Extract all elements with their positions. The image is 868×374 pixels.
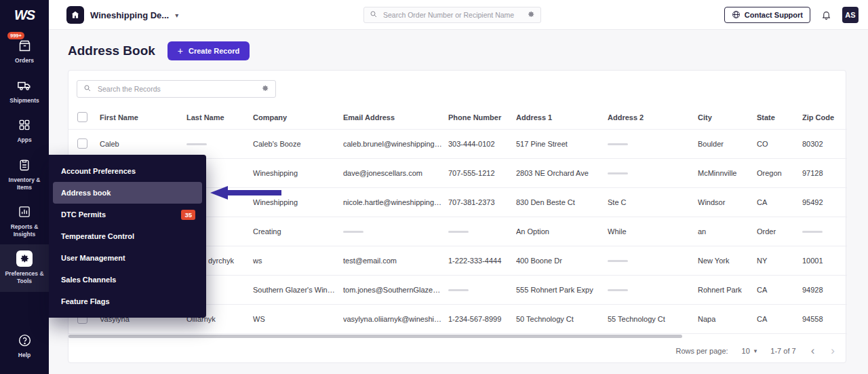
sidebar-item-label: Preferences & Tools [1,270,47,284]
table-cell: 10001 [802,246,847,275]
sidebar-item-shipments[interactable]: Shipments [0,71,49,111]
empty-value-dash [448,231,469,233]
rows-per-page-select[interactable]: 10 ▾ [742,347,757,355]
table-cell: 2803 NE Orchard Ave [516,158,608,187]
sidebar-item-help[interactable]: Help [0,326,49,366]
table-row[interactable]: CalebCaleb's Boozecaleb.brunel@wineshipp… [68,129,847,158]
page-range-label: 1-7 of 7 [770,347,795,355]
rows-per-page-value: 10 [742,347,750,355]
row-checkbox[interactable] [77,138,87,149]
table-cell [608,129,698,158]
table-cell: 830 Den Beste Ct [516,187,608,217]
records-search-input[interactable] [96,84,256,94]
notifications-bell-icon[interactable] [821,10,831,20]
table-cell: McMinnville [698,158,757,187]
menu-item-label: Account Preferences [61,167,136,175]
orders-count-badge: 999+ [7,32,24,39]
table-cell: 707-381-2373 [448,187,516,217]
table-cell: WS [253,304,343,333]
table-cell [608,246,698,275]
search-icon [83,83,92,95]
rows-per-page-label: Rows per page: [676,347,728,355]
apps-grid-icon [16,117,33,133]
table-cell: ws [253,246,343,275]
table-cell [802,217,847,246]
sidebar-item-apps[interactable]: Apps [0,111,49,151]
table-cell: CA [757,304,802,333]
sidebar-item-label: Apps [17,136,31,144]
table-cell: Napa [698,304,757,333]
org-selector[interactable]: Wineshipping De... ▾ [66,0,178,30]
menu-item-label: Temperature Control [61,232,134,240]
table-cell: Oregon [757,158,802,187]
empty-value-dash [802,231,823,233]
select-all-cell [68,106,100,129]
contact-support-button[interactable]: Contact Support [724,7,810,23]
column-header: Address 2 [608,106,698,129]
table-cell: 80302 [802,129,847,158]
topbar-actions: Contact Support AS [724,7,859,23]
table-cell [343,217,448,246]
table-cell: 1-234-567-8999 [448,304,516,333]
column-header: Email Address [343,106,448,129]
menu-item-dtc-permits[interactable]: DTC Permits 35 [53,204,202,225]
menu-item-label: Address book [61,189,111,197]
create-record-button[interactable]: + Create Record [167,41,250,60]
next-page-button[interactable]: › [829,345,836,356]
global-search-input[interactable] [382,10,523,20]
menu-item-account-preferences[interactable]: Account Preferences [53,160,202,182]
table-cell: 97128 [802,158,847,187]
column-header: Last Name [186,106,253,129]
annotation-arrow-icon [210,185,281,203]
caret-down-icon: ▾ [754,348,757,354]
empty-value-dash [608,143,628,145]
menu-item-user-management[interactable]: User Management [53,247,202,269]
filter-gear-icon[interactable] [261,83,269,95]
row-checkbox-cell [68,129,100,158]
sidebar-item-preferences-tools[interactable]: Preferences & Tools [0,244,49,291]
menu-item-temperature-control[interactable]: Temperature Control [53,225,202,247]
table-cell: 555 Rohnert Park Expy [516,275,608,304]
table-cell: An Option [516,217,608,246]
sidebar-item-inventory[interactable]: Inventory & Items [0,151,49,198]
table-cell: CA [757,187,802,217]
search-settings-gear-icon[interactable] [527,9,535,21]
table-cell: Southern Glazer's Wine & S... [253,275,343,304]
dtc-permits-badge: 35 [181,210,195,220]
topbar: Wineshipping De... ▾ Contact Support AS [49,0,868,30]
sidebar: WS 999+ Orders Shipments Apps [0,0,49,374]
select-all-checkbox[interactable] [77,112,87,122]
org-name: Wineshipping De... [90,10,169,20]
brand-logo: WS [14,7,35,23]
table-cell: CO [757,129,802,158]
table-cell: dave@jonescellars.com [343,158,448,187]
menu-item-sales-channels[interactable]: Sales Channels [53,269,202,291]
globe-icon [732,10,741,20]
sidebar-item-orders[interactable]: 999+ Orders [0,31,49,71]
table-cell: Caleb [100,129,186,158]
gear-icon [16,250,33,267]
table-cell: Rohnert Park [698,275,757,304]
table-cell: Caleb's Booze [253,129,343,158]
store-icon [66,6,84,24]
menu-item-address-book[interactable]: Address book [53,182,202,204]
table-cell: Order [757,217,802,246]
menu-item-feature-flags[interactable]: Feature Flags [53,291,202,312]
column-header: Phone Number [448,106,516,129]
table-cell: tom.jones@SouthernGlazes.com [343,275,448,304]
sidebar-item-reports[interactable]: Reports & Insights [0,198,49,244]
previous-page-button[interactable]: ‹ [810,345,816,356]
user-avatar[interactable]: AS [842,7,859,23]
table-cell [448,275,516,304]
column-header: Company [253,106,343,129]
table-cell: NY [757,246,802,275]
contact-support-label: Contact Support [745,11,803,19]
table-cell [186,129,253,158]
table-cell: Windsor [698,187,757,217]
table-cell: nicole.hartle@wineshipping.com [343,187,448,217]
table-cell: While [608,217,698,246]
table-cell: 94928 [802,275,847,304]
sidebar-item-label: Help [18,352,31,359]
scrollbar-thumb[interactable] [68,335,682,338]
truck-icon [16,77,33,94]
